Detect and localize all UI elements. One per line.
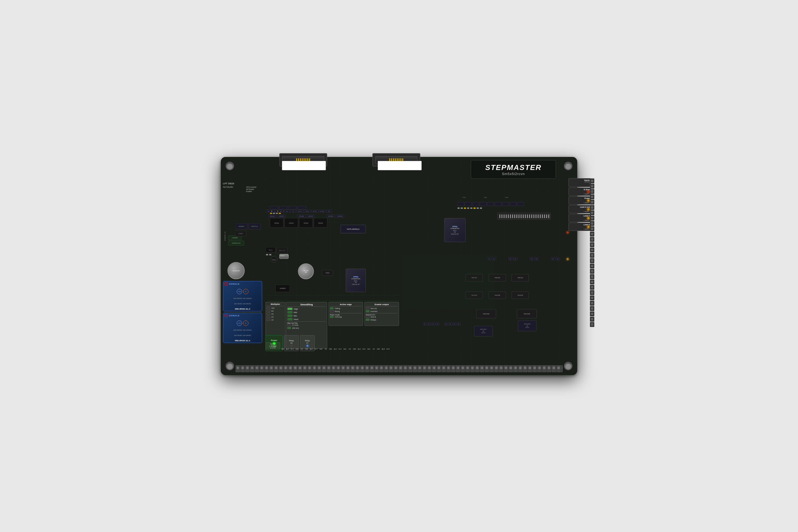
stp-x-label: Stp X	[285, 348, 290, 350]
ld0473-2: 0M410Z8X90LD473	[518, 321, 536, 331]
svg-text:XF3B2x: XF3B2x	[238, 233, 243, 234]
ld0473-1-label: 0M410Z8X90LD473	[480, 328, 487, 334]
mult-2x-label: 2X	[271, 316, 274, 318]
inp12-label: + inp12 -	[583, 211, 590, 212]
smoothing-high-label: High	[294, 308, 298, 310]
svg-text:4k7: 4k7	[328, 211, 330, 212]
ic-top-right-area	[457, 200, 551, 215]
limit-z-led	[587, 208, 590, 211]
bottom-terminals	[235, 365, 563, 374]
inputs-label: Inputs	[584, 179, 590, 181]
limit-y-led	[587, 217, 590, 220]
gnd-z-label: GND	[328, 348, 333, 350]
svg-text:33: 33	[428, 323, 430, 325]
svg-text:33: 33	[437, 323, 438, 325]
inp10-label: + inp10 -	[583, 228, 590, 230]
relay1-specs: 10A 250VAC 10A 125VAC	[233, 298, 252, 300]
svg-rect-25	[276, 213, 278, 214]
mult-1x-label: 1X	[271, 319, 274, 321]
cap-01uf-3: 0.1uf	[505, 194, 508, 199]
relay2-brand: SONGLE	[229, 315, 240, 317]
relays-label: Relays	[370, 319, 376, 321]
x-axis-connectors: GND Stp X Dir X Enbl +5V	[280, 348, 304, 350]
chpump-label: ChPump	[335, 316, 342, 318]
svg-text:33: 33	[424, 323, 425, 325]
arm2-label: ARMy STM32F103 RC1s P9 CHN GH 227	[352, 276, 360, 285]
chpump-row: ChPump	[330, 316, 362, 318]
arm1-label: ARMy STM32F103 RC1s P9 CHN GH 227	[450, 225, 459, 235]
svg-rect-13	[289, 206, 297, 209]
mult-16x-led	[267, 307, 270, 309]
lpt-db25-label: LPT DB25	[223, 182, 234, 185]
cap-01uf-1: 0.1uf	[462, 194, 466, 199]
max-inp-freq-label: Max inp freq	[287, 322, 326, 324]
relay2-logo: cQQ	[237, 321, 242, 326]
resistor-4k7-svg: 4k7 1k 4k7 4k7 1k 4k7 1k 4k7 4k 4k7 4k7 …	[266, 210, 357, 213]
rising-label: Rising	[335, 310, 340, 312]
multiplier-title: Multiplier	[267, 303, 284, 306]
svg-text:R0: R0	[557, 258, 558, 260]
svg-rect-53	[480, 208, 482, 209]
relays-row: Relays	[366, 319, 398, 321]
relay1-specs2: 10A 30VDC 10A 28VDC	[234, 303, 251, 305]
cap2-label: 100 10G 966	[302, 270, 310, 273]
freq-2-2khz-led	[287, 324, 291, 326]
74hc244d-2-label: 74HC244D	[524, 313, 530, 315]
inverted-label: Inverted	[370, 310, 377, 312]
stp-y-label: Stp Y	[309, 348, 314, 350]
smoothing-mid-row: Mid	[287, 311, 326, 314]
mult-8x-led	[267, 310, 270, 312]
probe-led	[587, 199, 590, 202]
estop-led	[587, 190, 590, 193]
svg-text:33: 33	[450, 323, 451, 325]
svg-text:R0: R0	[531, 258, 533, 260]
svg-rect-59	[269, 254, 271, 255]
ic-top-right-svg	[457, 200, 551, 215]
resistor-470-row: 470 470 470 470 470 470 470 470 470 470 …	[268, 214, 359, 218]
mount-hole-tr	[564, 162, 572, 170]
74hc244d-1: 74HC244D	[476, 309, 496, 318]
smoothing-hard-row: Hard	[287, 318, 326, 321]
74hc132-3-label: 74HC132	[517, 277, 523, 279]
resistor-4k7-row: 4k7 1k 4k7 4k7 1k 4k7 1k 4k7 4k 4k7 4k7 …	[266, 210, 357, 213]
pcb-board: STEPMASTER Sm5x5i2rcvn LPT DB25 NCStudio…	[221, 157, 577, 375]
svg-text:15141: 15141	[304, 222, 308, 224]
pin1-section: Pin#1 mode ChPump	[330, 313, 362, 318]
probe-board-led	[567, 258, 569, 260]
uln2003-chip: ULN2003	[275, 285, 290, 292]
bottom-connector-labels: Spindle0-10V outVI ACM GND Stp X Dir X E…	[265, 342, 562, 350]
freq-280khz-led	[287, 327, 291, 329]
svg-rect-3	[235, 365, 563, 374]
mount-hole-bl	[226, 362, 234, 370]
freq-280khz-row: 280 kHz	[287, 327, 326, 329]
svg-text:78L12: 78L12	[268, 249, 272, 251]
freq-2-2khz-label: 2.2 kHz	[292, 324, 299, 326]
active-edge-title: Active edge	[330, 303, 362, 306]
mult-8x-label: 8X	[271, 310, 274, 312]
a-axis-connectors: GND Stp A Dir A Enbl +5V	[352, 348, 376, 350]
smoothing-min-row: Min	[287, 315, 326, 317]
74lvc08-3-label: 74LVC08	[517, 294, 523, 296]
plus5v-x-label: +5V	[300, 348, 304, 350]
active-edge-panel: Active edge Falling Rising Pin#1 mode Ch…	[328, 302, 363, 326]
smoothing-title: Smoothing	[287, 303, 326, 307]
falling-led	[330, 307, 334, 309]
probe-label: Probe	[584, 197, 590, 199]
mult-4x-label: 4X	[271, 313, 274, 315]
svg-text:R0: R0	[536, 258, 537, 260]
svg-text:LM2596S: LM2596S	[238, 226, 244, 227]
stp-a-label: Stp A	[357, 348, 361, 350]
svg-text:4k7: 4k7	[268, 211, 270, 212]
74hc132-1: 74HC132	[466, 274, 483, 281]
limit-x-group: Limit X + inp10 -	[568, 223, 591, 231]
limit-z-group: Limit Z A B + inp12 -	[568, 205, 591, 213]
limit-x-led	[587, 226, 590, 228]
mount-hole-tl	[226, 162, 234, 170]
mult-2x-led	[267, 316, 270, 318]
svg-text:R0: R0	[552, 258, 554, 260]
ncstudio-label: NCStudio	[223, 186, 234, 188]
svg-text:33: 33	[433, 323, 434, 325]
pin1-mode-label: Pin#1 mode	[330, 314, 362, 316]
svg-rect-118	[402, 255, 495, 308]
svg-text:33: 33	[454, 323, 455, 325]
